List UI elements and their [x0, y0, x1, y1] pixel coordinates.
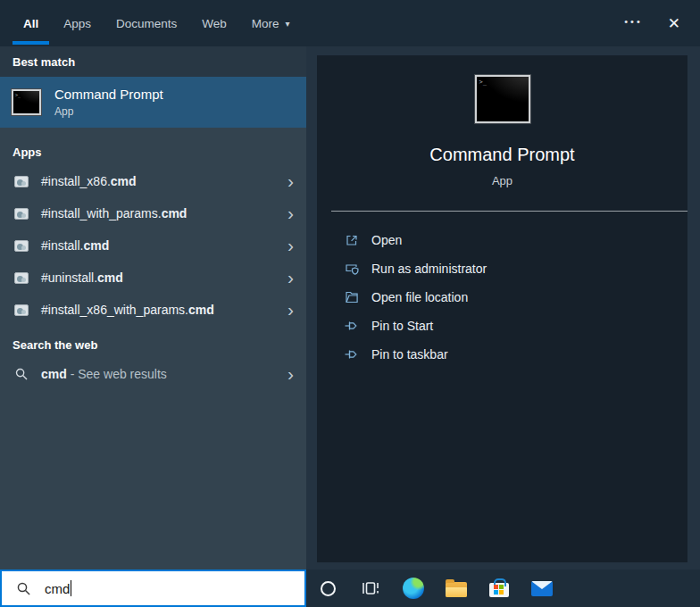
best-match-item-command-prompt[interactable]: Command Prompt App — [0, 77, 306, 128]
search-the-web-header: Search the web — [0, 331, 306, 358]
list-item-install-x86-cmd[interactable]: #install_x86.cmd › — [0, 165, 306, 197]
chevron-right-icon[interactable]: › — [288, 268, 294, 287]
filter-tabs: All Apps Documents Web More▾ — [12, 0, 304, 46]
chevron-right-icon[interactable]: › — [288, 236, 294, 254]
pin-to-taskbar-action[interactable]: Pin to taskbar — [317, 340, 688, 369]
cmd-file-icon — [14, 304, 29, 316]
command-prompt-icon — [12, 89, 41, 115]
best-match-subtitle: App — [54, 105, 163, 118]
file-explorer-button[interactable] — [435, 570, 478, 607]
cortana-icon — [321, 581, 336, 596]
cmd-file-icon — [14, 272, 29, 284]
search-icon — [16, 581, 31, 596]
store-icon — [489, 583, 509, 597]
preview-title: Command Prompt — [317, 145, 688, 165]
search-flyout-topbar: All Apps Documents Web More▾ ••• ✕ — [0, 0, 700, 46]
context-actions: Open Run as administrator Open file loca… — [317, 226, 688, 369]
file-explorer-icon — [446, 582, 467, 597]
command-prompt-icon-large — [475, 75, 530, 123]
search-input-value: cmd — [45, 581, 70, 596]
list-item-uninstall-cmd[interactable]: #uninstall.cmd › — [0, 262, 306, 294]
chevron-down-icon: ▾ — [286, 19, 290, 29]
pin-icon — [344, 346, 360, 362]
close-icon[interactable]: ✕ — [668, 14, 680, 33]
edge-button[interactable] — [392, 570, 435, 607]
text-caret — [71, 580, 71, 596]
web-result-item[interactable]: cmd - See web results › — [0, 358, 306, 390]
best-match-header: Best match — [0, 46, 306, 77]
taskbar — [306, 570, 700, 607]
search-input[interactable]: cmd — [0, 570, 306, 607]
task-view-icon — [361, 578, 380, 598]
cmd-file-icon — [14, 208, 29, 220]
open-file-location-action[interactable]: Open file location — [317, 283, 688, 312]
task-view-button[interactable] — [349, 570, 392, 607]
preview-card: Command Prompt App Open Run as administr… — [317, 55, 688, 562]
divider — [331, 211, 688, 212]
open-action[interactable]: Open — [317, 226, 688, 254]
tab-all[interactable]: All — [12, 0, 49, 46]
run-as-administrator-action[interactable]: Run as administrator — [317, 254, 688, 283]
tab-more[interactable]: More▾ — [241, 0, 301, 46]
preview-subtitle: App — [317, 174, 688, 187]
edge-icon — [403, 578, 424, 599]
folder-icon — [344, 289, 360, 305]
options-ellipsis-icon[interactable]: ••• — [624, 16, 643, 30]
chevron-right-icon[interactable]: › — [288, 204, 294, 222]
mail-button[interactable] — [521, 570, 563, 607]
cortana-button[interactable] — [306, 570, 349, 607]
pin-to-start-action[interactable]: Pin to Start — [317, 312, 688, 340]
mail-icon — [531, 581, 553, 596]
cmd-file-icon — [14, 240, 29, 252]
cmd-file-icon — [14, 176, 29, 187]
preview-panel: Command Prompt App Open Run as administr… — [306, 46, 700, 570]
tab-web[interactable]: Web — [191, 0, 238, 46]
chevron-right-icon[interactable]: › — [288, 300, 294, 319]
list-item-install-x86-with-params-cmd[interactable]: #install_x86_with_params.cmd › — [0, 294, 306, 326]
chevron-right-icon[interactable]: › — [288, 171, 294, 190]
best-match-title: Command Prompt — [54, 87, 163, 102]
list-item-install-with-params-cmd[interactable]: #install_with_params.cmd › — [0, 197, 306, 229]
chevron-right-icon[interactable]: › — [288, 364, 294, 383]
store-button[interactable] — [478, 570, 521, 607]
search-icon — [14, 367, 29, 381]
pin-icon — [344, 318, 360, 334]
search-results-panel: Best match Command Prompt App Apps #inst… — [0, 46, 306, 570]
open-icon — [344, 232, 360, 248]
tab-apps[interactable]: Apps — [53, 0, 102, 46]
shield-icon — [344, 261, 360, 277]
microsoft-logo-icon — [494, 585, 504, 595]
list-item-install-cmd[interactable]: #install.cmd › — [0, 229, 306, 262]
apps-section-header: Apps — [0, 138, 306, 165]
tab-documents[interactable]: Documents — [105, 0, 188, 46]
